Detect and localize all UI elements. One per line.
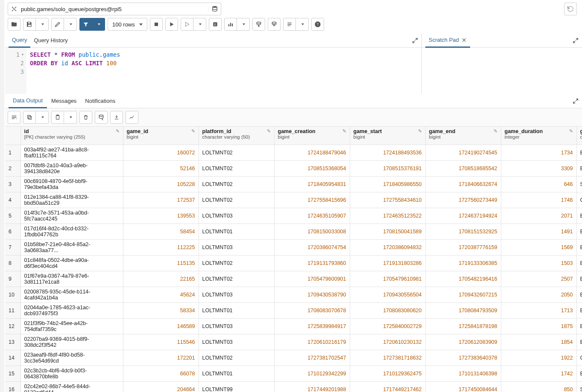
cell[interactable]: 204664: [123, 381, 199, 392]
cell[interactable]: 1708150033008: [274, 224, 350, 239]
row-number-cell[interactable]: 14: [5, 350, 20, 366]
row-number-cell[interactable]: 11: [5, 302, 20, 318]
cell[interactable]: 014f3c7e-3571-453a-a0bd-5fc7aacc4245: [20, 208, 123, 224]
cell[interactable]: LOLTMNT02: [199, 350, 274, 366]
cell[interactable]: 023aeaf9-f8df-4f80-bd58-3cc3e54d69cd: [20, 350, 123, 366]
cell[interactable]: 58334: [123, 302, 199, 318]
edit-column-icon[interactable]: ✎: [569, 128, 573, 134]
cell[interactable]: 1708083080620: [350, 302, 425, 318]
macros-dropdown-button[interactable]: [296, 18, 309, 31]
table-row[interactable]: 2007fdbf8-2a10-40a3-a9eb-394138d8420e521…: [5, 160, 582, 176]
cell[interactable]: 1709432607215: [425, 287, 501, 302]
cell[interactable]: LOLTMNT03: [199, 287, 274, 302]
cell[interactable]: ESPORTS: [576, 145, 582, 160]
table-row[interactable]: 1602c42e02-86b7-44e5-844d-0123ed6d44...2…: [5, 381, 582, 392]
cell[interactable]: 00c69108-4870-4e5f-bbf9-79e3befa43da: [20, 176, 123, 192]
cell[interactable]: 139553: [123, 208, 199, 224]
explain-analyze-dropdown-button[interactable]: [237, 18, 250, 31]
edit-column-icon[interactable]: ✎: [191, 128, 195, 134]
cell[interactable]: 1708083070678: [274, 302, 350, 318]
cell[interactable]: 02c3b2cb-4bf6-4dc9-b0f3-0643870bfe8b: [20, 366, 123, 381]
row-number-cell[interactable]: 7: [5, 239, 20, 255]
cell[interactable]: 02c42e02-86b7-44e5-844d-0123ed6d44...: [20, 381, 123, 392]
cell[interactable]: 02207ba9-9369-4015-b8f9-308dc2f3f542: [20, 334, 123, 350]
cell[interactable]: ESPORTS: [576, 334, 582, 350]
cell[interactable]: 1705482196416: [425, 271, 501, 287]
cell[interactable]: 1718405986550: [350, 176, 425, 192]
cell[interactable]: 1727381702547: [274, 350, 350, 366]
cell[interactable]: COMPETITIVE: [576, 350, 582, 366]
row-number-cell[interactable]: 8: [5, 255, 20, 271]
close-icon[interactable]: ✕: [462, 37, 467, 44]
edit-column-icon[interactable]: ✎: [494, 128, 497, 134]
cell[interactable]: ESPORTS: [576, 224, 582, 239]
tab-messages[interactable]: Messages: [47, 94, 81, 108]
download-button[interactable]: [110, 111, 123, 124]
cell[interactable]: 1719131803286: [350, 255, 425, 271]
row-number-cell[interactable]: 13: [5, 334, 20, 350]
cell[interactable]: 1727381718632: [350, 350, 425, 366]
cell[interactable]: 1491: [501, 224, 576, 239]
execute-dropdown-button[interactable]: [193, 18, 206, 31]
cell[interactable]: 646: [501, 176, 576, 192]
row-limit-selector[interactable]: 100 rows: [108, 18, 147, 31]
paste-dropdown-button[interactable]: [64, 111, 77, 124]
row-number-cell[interactable]: 2: [5, 160, 20, 176]
add-row-button[interactable]: [8, 111, 20, 124]
graph-button[interactable]: [126, 111, 138, 124]
cell[interactable]: LOLTMNT03: [199, 318, 274, 334]
table-row[interactable]: 1003a4f92-ae27-41ba-a8c8-fbaf0115c764160…: [5, 145, 582, 160]
cell[interactable]: 007fdbf8-2a10-40a3-a9eb-394138d8420e: [20, 160, 123, 176]
cell[interactable]: LOLTMNT02: [199, 271, 274, 287]
cell[interactable]: 1720610216179: [274, 334, 350, 350]
macros-button[interactable]: [283, 18, 296, 31]
save-data-button[interactable]: [95, 111, 108, 124]
row-number-cell[interactable]: 16: [5, 381, 20, 392]
table-row[interactable]: 6017d16f4-8d2c-40cd-b332-1fbdb047762b584…: [5, 224, 582, 239]
table-row[interactable]: 1302207ba9-9369-4015-b8f9-308dc2f3f54211…: [5, 334, 582, 350]
row-number-cell[interactable]: 15: [5, 366, 20, 381]
cell[interactable]: 01b58be7-21e0-48c4-85a2-3a0683aa77...: [20, 239, 123, 255]
cell[interactable]: 1724635123522: [350, 208, 425, 224]
cell[interactable]: 112225: [123, 239, 199, 255]
stop-button[interactable]: [150, 18, 163, 31]
cell[interactable]: 1708084793509: [425, 302, 501, 318]
column-header-game_id[interactable]: game_idbigint✎: [123, 127, 199, 145]
cell[interactable]: 1709430538790: [274, 287, 350, 302]
cell[interactable]: ESPORTS: [576, 160, 582, 176]
cell[interactable]: LOLTMNT03: [199, 208, 274, 224]
column-header-game_creation[interactable]: game_creationbigint✎: [274, 127, 350, 145]
cell[interactable]: LOLTMNT02: [199, 176, 274, 192]
copy-dropdown-button[interactable]: [36, 111, 49, 124]
cell[interactable]: ESPORTS: [576, 287, 582, 302]
cell[interactable]: 160072: [123, 145, 199, 160]
cell[interactable]: 1710131406398: [425, 366, 501, 381]
table-row[interactable]: 14023aeaf9-f8df-4f80-bd58-3cc3e54d69cd17…: [5, 350, 582, 366]
expand-query-icon[interactable]: [412, 38, 418, 44]
cell[interactable]: ESPORTS: [576, 255, 582, 271]
cell[interactable]: 02008785-935c-45de-b114-4cafd42a1b4a: [20, 287, 123, 302]
sidebar-collapsed[interactable]: [0, 0, 4, 392]
cell[interactable]: 021f3f9b-74b2-45ee-a42b-754dfaf7359c: [20, 318, 123, 334]
copy-button[interactable]: [23, 111, 36, 124]
tab-notifications[interactable]: Notifications: [81, 94, 120, 108]
cell[interactable]: 1710129362475: [350, 366, 425, 381]
cell[interactable]: 1709430556504: [350, 287, 425, 302]
cell[interactable]: 172537: [123, 192, 199, 208]
cell[interactable]: 017d16f4-8d2c-40cd-b332-1fbdb047762b: [20, 224, 123, 239]
cell[interactable]: 1719133306385: [425, 255, 501, 271]
cell[interactable]: 1724188493536: [350, 145, 425, 160]
cell[interactable]: 012e1384-ca88-41f8-8329-bbd50aa51c29: [20, 192, 123, 208]
table-row[interactable]: 801c848fa-0502-4dbe-a90a-d6f3ec404cd4115…: [5, 255, 582, 271]
cell[interactable]: 01f67e9a-0367-4a79-87e6-3d81117e1ca8: [20, 271, 123, 287]
cell[interactable]: 1720610230132: [350, 334, 425, 350]
cell[interactable]: 45624: [123, 287, 199, 302]
expand-output-icon[interactable]: [573, 98, 579, 104]
column-header-game_type[interactable]: game_typecharacter varying (50)✎: [576, 127, 582, 145]
column-header-platform_id[interactable]: platform_idcharacter varying (50)✎: [199, 127, 274, 145]
cell[interactable]: ESPORTS: [576, 239, 582, 255]
cell[interactable]: 58454: [123, 224, 199, 239]
execute-cursor-button[interactable]: [181, 18, 193, 31]
sql-editor[interactable]: 1▾ 2 3 SELECT * FROM public.games ORDER …: [5, 48, 421, 94]
cell[interactable]: 1705479600901: [274, 271, 350, 287]
